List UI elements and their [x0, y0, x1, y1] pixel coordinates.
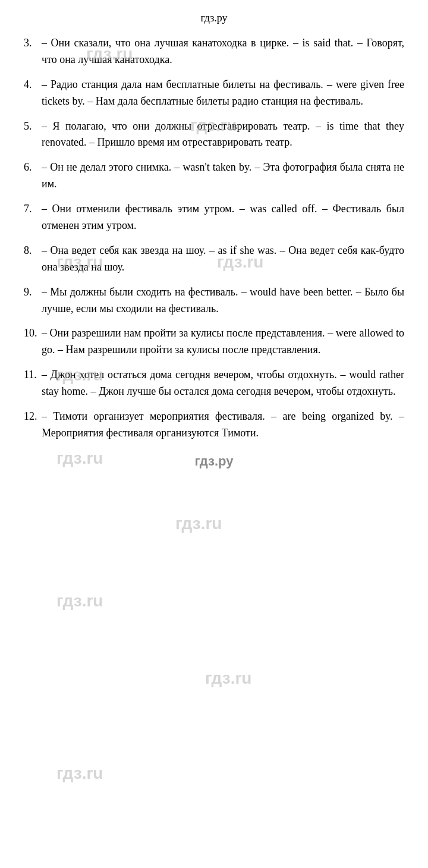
- entry-4-content: – Радио станция дала нам бесплатные биле…: [42, 77, 404, 110]
- entry-7-content: – Они отменили фестиваль этим утром. – w…: [42, 201, 404, 234]
- entry-8: 8. – Она ведет себя как звезда на шоу. –…: [24, 243, 404, 276]
- entry-7-text: – Они отменили фестиваль этим утром. – w…: [42, 203, 404, 231]
- entry-8-content: – Она ведет себя как звезда на шоу. – as…: [42, 243, 404, 276]
- entry-3: 3. – Они сказали, что она лучшая канатох…: [24, 35, 404, 68]
- footer-text: гдз.ру: [195, 454, 234, 468]
- entry-11-content: – Джон хотел остаться дома сегодня вечер…: [42, 367, 404, 400]
- entry-11-text: – Джон хотел остаться дома сегодня вечер…: [42, 369, 404, 397]
- entry-3-text: – Они сказали, что она лучшая канатоходк…: [42, 37, 404, 65]
- entry-12-number: 12.: [24, 408, 42, 442]
- entry-4-text: – Радио станция дала нам бесплатные биле…: [42, 78, 404, 107]
- entry-7-number: 7.: [24, 201, 42, 234]
- site-header: гдз.ру: [24, 12, 404, 24]
- entry-9-number: 9.: [24, 284, 42, 317]
- watermark-8: гдз.ru: [56, 592, 103, 611]
- watermark-9: гдз.ru: [205, 669, 251, 688]
- entry-9-text: – Мы должны были сходить на фестиваль. –…: [42, 286, 404, 315]
- watermark-10: гдз.ru: [56, 764, 103, 783]
- entry-9-content: – Мы должны были сходить на фестиваль. –…: [42, 284, 404, 317]
- entry-4: 4. – Радио станция дала нам бесплатные б…: [24, 77, 404, 110]
- entry-11-number: 11.: [24, 367, 42, 400]
- entry-8-text: – Она ведет себя как звезда на шоу. – as…: [42, 244, 404, 273]
- entry-6-text: – Он не делал этого снимка. – wasn't tak…: [42, 161, 404, 190]
- footer-watermark: гдз.ру: [24, 454, 404, 469]
- entry-7: 7. – Они отменили фестиваль этим утром. …: [24, 201, 404, 234]
- entry-12-content: – Тимоти организует мероприятия фестивал…: [42, 408, 404, 442]
- entry-10-text: – Они разрешили нам пройти за кулисы пос…: [42, 327, 404, 356]
- entry-4-number: 4.: [24, 77, 42, 110]
- header-title: гдз.ру: [200, 12, 227, 24]
- entry-11: 11. – Джон хотел остаться дома сегодня в…: [24, 367, 404, 400]
- watermark-7: гдз.ru: [175, 514, 222, 533]
- entry-12: 12. – Тимоти организует мероприятия фест…: [24, 408, 404, 442]
- entry-3-content: – Они сказали, что она лучшая канатоходк…: [42, 35, 404, 68]
- entry-6: 6. – Он не делал этого снимка. – wasn't …: [24, 159, 404, 193]
- entry-10: 10. – Они разрешили нам пройти за кулисы…: [24, 325, 404, 358]
- entry-5: 5. – Я полагаю, что они должны отреставр…: [24, 118, 404, 152]
- entry-6-number: 6.: [24, 159, 42, 193]
- entry-3-number: 3.: [24, 35, 42, 68]
- entry-6-content: – Он не делал этого снимка. – wasn't tak…: [42, 159, 404, 193]
- entry-10-number: 10.: [24, 325, 42, 358]
- entry-10-content: – Они разрешили нам пройти за кулисы пос…: [42, 325, 404, 358]
- entry-8-number: 8.: [24, 243, 42, 276]
- entry-5-content: – Я полагаю, что они должны отреставриро…: [42, 118, 404, 152]
- entry-12-text: – Тимоти организует мероприятия фестивал…: [42, 410, 404, 439]
- entry-5-text: – Я полагаю, что они должны отреставриро…: [42, 120, 404, 149]
- entry-5-number: 5.: [24, 118, 42, 152]
- entry-9: 9. – Мы должны были сходить на фестиваль…: [24, 284, 404, 317]
